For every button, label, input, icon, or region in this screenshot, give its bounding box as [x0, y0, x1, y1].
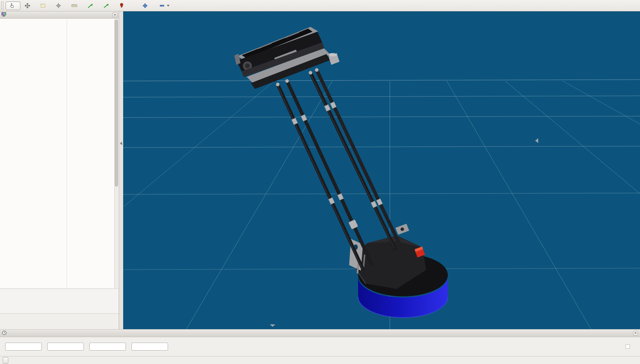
focus-crosshair-icon	[56, 3, 61, 8]
minus-icon	[159, 3, 165, 8]
collapse-left-icon[interactable]	[120, 142, 122, 145]
chevron-down-icon	[167, 4, 170, 7]
experimental-group	[626, 344, 632, 349]
clock-icon	[2, 331, 7, 336]
collapse-bottom-icon[interactable]	[270, 324, 275, 327]
toolbar-drag-handle[interactable]	[1, 1, 3, 10]
collapse-right-icon[interactable]	[535, 138, 538, 143]
ruler-icon	[71, 3, 77, 8]
tool-focus-camera[interactable]	[52, 1, 67, 10]
green-arrow-icon	[104, 3, 109, 8]
time-panel-content	[0, 337, 640, 356]
time-panel-titlebar[interactable]: ✕	[0, 330, 640, 337]
tool-measure[interactable]	[68, 1, 83, 10]
ros-elapsed-field	[45, 343, 84, 351]
remove-tool-button[interactable]	[157, 1, 172, 10]
toolbar	[0, 0, 640, 11]
wall-elapsed-input[interactable]	[131, 343, 168, 351]
ros-elapsed-input[interactable]	[47, 343, 84, 351]
3d-viewport-canvas[interactable]	[123, 11, 640, 329]
status-bar	[0, 356, 640, 364]
tool-2d-pose-estimate[interactable]	[84, 1, 99, 10]
displays-panel-titlebar[interactable]: ✕	[0, 11, 119, 19]
3d-viewport[interactable]	[123, 11, 640, 329]
tool-2d-nav-goal[interactable]	[100, 1, 115, 10]
ros-time-field	[3, 343, 42, 351]
green-arrow-icon	[88, 3, 93, 8]
tool-interact[interactable]	[6, 1, 20, 10]
displays-panel: ✕	[0, 11, 119, 329]
monitor-icon	[1, 12, 6, 18]
property-help-box	[0, 289, 119, 314]
move-icon	[25, 3, 30, 8]
tree-column-divider[interactable]	[67, 19, 67, 289]
panel-splitter[interactable]	[119, 11, 123, 329]
reset-button[interactable]	[3, 357, 8, 364]
ros-time-input[interactable]	[5, 343, 42, 351]
add-tool-button[interactable]	[140, 1, 150, 10]
hand-icon	[9, 3, 14, 8]
close-icon[interactable]: ✕	[633, 331, 638, 336]
displays-tree	[0, 19, 119, 289]
wall-elapsed-field	[129, 343, 168, 351]
tool-move-camera[interactable]	[21, 1, 36, 10]
displays-button-row	[0, 314, 119, 329]
tool-publish-point[interactable]	[116, 1, 130, 10]
tree-scrollbar[interactable]	[114, 19, 118, 288]
tree-scrollbar-thumb[interactable]	[115, 20, 118, 186]
select-box-icon	[40, 3, 46, 8]
time-panel: ✕	[0, 329, 640, 356]
map-pin-icon	[119, 3, 124, 8]
plus-icon	[142, 3, 148, 8]
rviz-window: ✕	[0, 0, 640, 364]
wall-time-field	[87, 343, 126, 351]
wall-time-input[interactable]	[89, 343, 126, 351]
experimental-checkbox[interactable]	[626, 344, 630, 349]
tool-select[interactable]	[37, 1, 51, 10]
close-icon[interactable]: ✕	[112, 12, 117, 17]
